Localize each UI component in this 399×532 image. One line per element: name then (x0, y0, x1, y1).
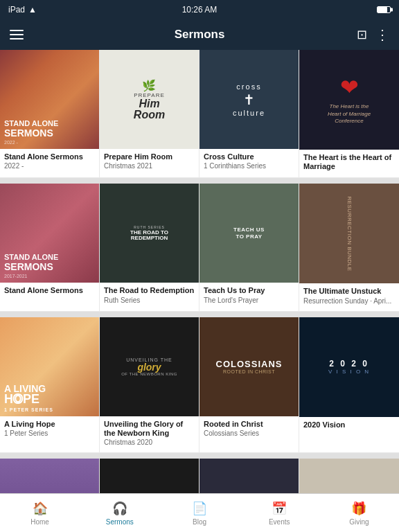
tab-giving[interactable]: 🎁 Giving (319, 494, 399, 532)
sermon-item-living-hope[interactable]: A LIVING HOPE 1 PETER SERIES A Living Ho… (0, 317, 100, 453)
sermon-info-glory: Unveiling the Glory of the Newborn King … (100, 416, 199, 452)
sermon-info-unstuck: The Ultimate Unstuck Resurrection Sunday… (299, 283, 399, 310)
teach-content: TEACH USTO PRAY (233, 227, 265, 240)
carrier-label: iPad (8, 5, 25, 15)
sermon-item-spiritual[interactable]: SPIRITUAL Spiritual... (0, 459, 100, 493)
stand-alone-2-label: Stand Alone SERMONS 2017-2021 (4, 254, 58, 278)
sermon-info-stand-alone-1: Stand Alone Sermons 2022 - (0, 149, 99, 176)
divider-1 (0, 178, 399, 184)
sermon-info-prepare: Prepare Him Room Christmas 2021 (100, 149, 199, 176)
divider-2 (0, 312, 399, 317)
sermon-title-stand-alone-2: Stand Alone Sermons (4, 286, 95, 295)
sermon-subtitle-stand-alone-1: 2022 - (4, 162, 95, 170)
sermon-item-gift[interactable]: 🎁 Gift... (299, 459, 399, 493)
status-right (377, 6, 391, 13)
tab-giving-label: Giving (349, 518, 369, 526)
tab-blog-label: Blog (193, 518, 206, 526)
tab-home[interactable]: 🏠 Home (0, 494, 80, 532)
status-bar: iPad ▲ 10:26 AM (0, 0, 399, 19)
sermon-item-stand-alone-1[interactable]: Stand Alone SERMONS 2022 - Stand Alone S… (0, 50, 100, 178)
sermon-thumb-stand-alone-2: Stand Alone SERMONS 2017-2021 (0, 184, 99, 283)
sermon-subtitle-colossians: Colossians Series (204, 429, 294, 438)
sermon-row-4: SPIRITUAL Spiritual... _who's your _who'… (0, 459, 399, 493)
battery-fill (378, 7, 387, 12)
sermon-subtitle-unstuck: Resurrection Sunday · Apri... (303, 297, 395, 305)
sermon-title-teach: Teach Us to Pray (204, 286, 294, 295)
blog-icon: 📄 (192, 501, 207, 516)
sermon-title-cross-culture: Cross Culture (204, 152, 294, 161)
sermon-thumb-gift: 🎁 (299, 459, 399, 493)
hamburger-line-1 (10, 30, 24, 31)
sermon-title-prepare: Prepare Him Room (104, 152, 195, 161)
more-button[interactable]: ⋮ (375, 26, 389, 43)
glory-content: UNVEILING THE glory OF THE NEWBORN KING (121, 357, 177, 376)
sermon-info-heart: The Heart is the Heart of Marriage (299, 150, 399, 177)
sermon-item-prepare[interactable]: 🌿 PREPARE HimRoom Prepare Him Room Chris… (100, 50, 200, 178)
sermon-thumb-prepare: 🌿 PREPARE HimRoom (100, 50, 199, 149)
sermon-thumb-teach: TEACH USTO PRAY (200, 184, 299, 283)
tab-events[interactable]: 📅 Events (240, 494, 319, 532)
sermon-info-cross-culture: Cross Culture 1 Corinthians Series (200, 149, 299, 176)
sermon-item-heart[interactable]: ❤ The Heart is theHeart of MarriageConfe… (299, 50, 399, 178)
sermon-thumb-vision: 2 0 2 0 V I S I O N (299, 317, 399, 417)
sermon-thumb-unstuck: RESURRECTION BUNDLE (299, 184, 399, 283)
sermon-thumb-rediscovering: REDISCOVERING THE BEAUTYOF THE CHURCH (200, 459, 299, 493)
sermon-item-unstuck[interactable]: RESURRECTION BUNDLE The Ultimate Unstuck… (299, 184, 399, 311)
sermon-item-colossians[interactable]: COLOSSIANS ROOTED IN CHRIST Rooted in Ch… (200, 317, 299, 453)
sermon-title-glory: Unveiling the Glory of the Newborn King (104, 420, 195, 438)
sermon-subtitle-glory: Christmas 2020 (104, 438, 195, 447)
sermon-info-stand-alone-2: Stand Alone Sermons (0, 283, 99, 301)
cast-button[interactable]: ⊡ (357, 27, 367, 42)
tab-home-label: Home (30, 518, 49, 526)
sermon-item-vision[interactable]: 2 0 2 0 V I S I O N 2020 Vision (299, 317, 399, 453)
sermon-item-road[interactable]: RUTH SERIES THE ROAD TOREDEMPTION The Ro… (100, 184, 200, 311)
tab-blog[interactable]: 📄 Blog (159, 494, 239, 532)
sermon-thumb-whos: _who's your (100, 459, 199, 493)
sermon-thumb-spiritual: SPIRITUAL (0, 459, 99, 493)
sermons-icon: 🎧 (112, 501, 127, 516)
giving-icon: 🎁 (351, 501, 366, 516)
sermon-subtitle-prepare: Christmas 2021 (104, 162, 195, 170)
sermon-info-road: The Road to Redemption Ruth Series (100, 283, 199, 310)
sermon-title-road: The Road to Redemption (104, 286, 195, 295)
unstuck-label: RESURRECTION BUNDLE (346, 196, 353, 271)
sermon-row-1: Stand Alone SERMONS 2022 - Stand Alone S… (0, 50, 399, 178)
sermon-subtitle-cross-culture: 1 Corinthians Series (204, 162, 294, 170)
status-time: 10:26 AM (182, 5, 218, 15)
sermon-info-colossians: Rooted in Christ Colossians Series (200, 416, 299, 443)
status-left: iPad ▲ (8, 5, 37, 15)
tab-sermons[interactable]: 🎧 Sermons (80, 494, 159, 532)
sermon-thumb-heart: ❤ The Heart is theHeart of MarriageConfe… (299, 50, 399, 150)
sermon-subtitle-road: Ruth Series (104, 296, 195, 305)
sermon-item-rediscovering[interactable]: REDISCOVERING THE BEAUTYOF THE CHURCH Re… (200, 459, 299, 493)
sermon-subtitle-living-hope: 1 Peter Series (4, 429, 95, 438)
sermon-thumb-living-hope: A LIVING HOPE 1 PETER SERIES (0, 317, 99, 416)
heart-content: ❤ The Heart is theHeart of MarriageConfe… (328, 54, 371, 145)
heart-conf-text: The Heart is theHeart of MarriageConfere… (328, 103, 371, 125)
sermon-item-whos[interactable]: _who's your _who's your... (100, 459, 200, 493)
hamburger-line-3 (10, 38, 24, 39)
colossians-content: COLOSSIANS ROOTED IN CHRIST (216, 359, 283, 374)
living-hope-content: A LIVING HOPE 1 PETER SERIES (4, 384, 53, 411)
nav-right: ⊡ ⋮ (357, 26, 389, 43)
hamburger-line-2 (10, 34, 24, 35)
sermon-item-stand-alone-2[interactable]: Stand Alone SERMONS 2017-2021 Stand Alon… (0, 184, 100, 311)
unstuck-content: RESURRECTION BUNDLE (312, 231, 387, 237)
divider-3 (0, 453, 399, 459)
sermon-thumb-cross-culture: cross ✝ culture (200, 50, 299, 149)
sermon-item-glory[interactable]: UNVEILING THE glory OF THE NEWBORN KING … (100, 317, 200, 453)
sermon-title-heart: The Heart is the Heart of Marriage (303, 153, 395, 171)
sermon-info-teach: Teach Us to Pray The Lord's Prayer (200, 283, 299, 310)
sermon-thumb-glory: UNVEILING THE glory OF THE NEWBORN KING (100, 317, 199, 416)
sermon-item-cross-culture[interactable]: cross ✝ culture Cross Culture 1 Corinthi… (200, 50, 299, 178)
vision-content: 2 0 2 0 V I S I O N (328, 359, 370, 375)
sermon-item-teach[interactable]: TEACH USTO PRAY Teach Us to Pray The Lor… (200, 184, 299, 311)
stand-alone-1-label: Stand Alone SERMONS 2022 - (4, 120, 58, 145)
sermon-title-living-hope: A Living Hope (4, 420, 95, 429)
home-icon: 🏠 (33, 501, 48, 516)
sermon-thumb-road: RUTH SERIES THE ROAD TOREDEMPTION (100, 184, 199, 283)
sermon-row-2: Stand Alone SERMONS 2017-2021 Stand Alon… (0, 184, 399, 311)
sermon-info-vision: 2020 Vision (299, 417, 399, 436)
sermon-title-stand-alone-1: Stand Alone Sermons (4, 152, 95, 161)
menu-button[interactable] (10, 26, 26, 43)
